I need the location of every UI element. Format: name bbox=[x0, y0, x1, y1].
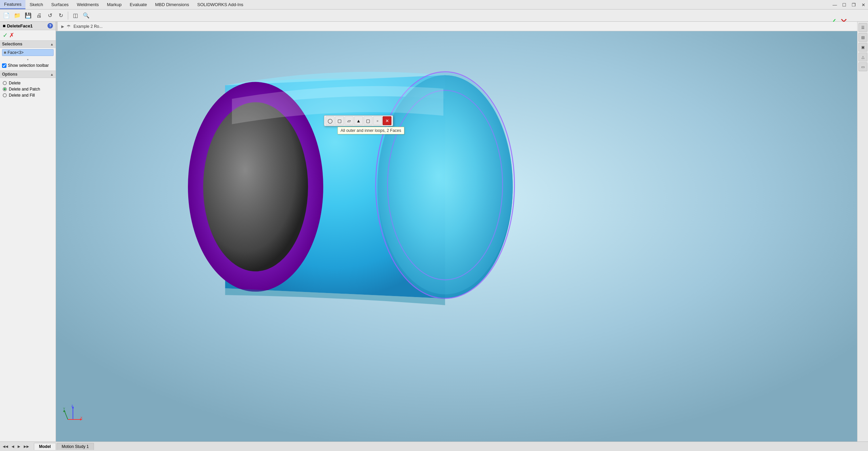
floating-toolbar: ◯ ▢ ▱ ▲ ▢ ▫ ✕ bbox=[324, 115, 393, 126]
float-btn-2[interactable]: ▢ bbox=[335, 116, 344, 125]
view-button[interactable]: ◫ bbox=[70, 11, 80, 20]
radio-delete-button[interactable] bbox=[3, 81, 7, 85]
left-panel: ■ DeleteFace1 ? ✓ ✗ Selections ▲ ■ Face<… bbox=[0, 22, 56, 442]
float-btn-4[interactable]: ▲ bbox=[354, 116, 363, 125]
menu-markup[interactable]: Markup bbox=[103, 0, 126, 9]
menu-features[interactable]: Features bbox=[0, 0, 25, 9]
options-collapse-icon[interactable]: ▲ bbox=[50, 73, 54, 76]
radio-delete-patch-button[interactable] bbox=[3, 87, 7, 91]
svg-text:X: X bbox=[80, 416, 82, 419]
tab-motion-study[interactable]: Motion Study 1 bbox=[57, 443, 94, 450]
breadcrumb-path: Example 2 Ro... bbox=[74, 24, 102, 29]
radio-delete-fill-row[interactable]: Delete and Fill bbox=[3, 92, 53, 98]
show-selection-toolbar-checkbox[interactable] bbox=[2, 63, 6, 68]
selections-label: Selections bbox=[2, 42, 22, 46]
svg-line-13 bbox=[64, 411, 68, 419]
face-item-label: Face<3> bbox=[7, 50, 23, 55]
toolbar: 📄 📁 💾 🖨 ↺ ↻ ◫ 🔍 ✓ ✕ bbox=[0, 9, 868, 22]
axes-indicator: X Z Y bbox=[63, 404, 83, 425]
radio-delete-patch-label: Delete and Patch bbox=[9, 87, 40, 92]
show-selection-toolbar-row: Show selection toolbar bbox=[0, 62, 56, 69]
radio-delete-label: Delete bbox=[9, 81, 21, 85]
menu-addins[interactable]: SOLIDWORKS Add-Ins bbox=[193, 0, 248, 9]
nav-prev[interactable]: ◀ bbox=[10, 444, 16, 449]
breadcrumb: ► ☂ Example 2 Ro... bbox=[58, 22, 868, 31]
menu-surfaces[interactable]: Surfaces bbox=[47, 0, 73, 9]
tooltip-text: All outer and inner loops, 2 Faces bbox=[341, 128, 401, 133]
delete-face-icon: ■ bbox=[3, 23, 5, 28]
menu-sketch[interactable]: Sketch bbox=[25, 0, 47, 9]
menu-bar: Features Sketch Surfaces Weldments Marku… bbox=[0, 0, 868, 9]
scroll-indicator: ● bbox=[0, 57, 56, 62]
radio-delete-patch-row[interactable]: Delete and Patch bbox=[3, 86, 53, 92]
ok-button[interactable]: ✓ bbox=[3, 32, 8, 39]
save-button[interactable]: 💾 bbox=[23, 11, 33, 20]
tab-model[interactable]: Model bbox=[34, 443, 56, 450]
menu-mbd[interactable]: MBD Dimensions bbox=[151, 0, 193, 9]
right-panel: ☰ ▤ ▣ △ ▭ bbox=[857, 22, 868, 442]
svg-text:Y: Y bbox=[63, 407, 65, 410]
menu-weldments[interactable]: Weldments bbox=[73, 0, 103, 9]
new-button[interactable]: 📄 bbox=[1, 11, 12, 20]
float-btn-3[interactable]: ▱ bbox=[345, 116, 353, 125]
svg-text:Z: Z bbox=[71, 404, 73, 408]
show-selection-toolbar-label[interactable]: Show selection toolbar bbox=[8, 63, 49, 68]
nav-last[interactable]: ▶▶ bbox=[22, 444, 31, 449]
undo-button[interactable]: ↺ bbox=[45, 11, 55, 20]
float-close-btn[interactable]: ✕ bbox=[383, 116, 391, 125]
right-btn-4[interactable]: △ bbox=[859, 53, 867, 61]
right-btn-3[interactable]: ▣ bbox=[859, 43, 867, 52]
face-item-icon: ■ bbox=[4, 50, 6, 55]
help-icon[interactable]: ? bbox=[47, 23, 53, 28]
options-label: Options bbox=[2, 72, 17, 77]
float-btn-1[interactable]: ◯ bbox=[326, 116, 334, 125]
radio-delete-row[interactable]: Delete bbox=[3, 80, 53, 86]
print-button[interactable]: 🖨 bbox=[34, 11, 44, 20]
menu-evaluate[interactable]: Evaluate bbox=[126, 0, 151, 9]
bottom-bar: ◀◀ ◀ ▶ ▶▶ Model Motion Study 1 bbox=[0, 442, 868, 451]
panel-actions: ✓ ✗ bbox=[0, 30, 56, 40]
restore-button[interactable]: ❐ bbox=[849, 0, 859, 9]
panel-title: ■ DeleteFace1 ? bbox=[0, 22, 56, 30]
viewport[interactable]: ◯ ▢ ▱ ▲ ▢ ▫ ✕ All outer and inner loops,… bbox=[56, 31, 868, 442]
svg-point-4 bbox=[203, 102, 308, 271]
maximize-button[interactable]: ☐ bbox=[840, 0, 849, 9]
radio-delete-fill-label: Delete and Fill bbox=[9, 93, 35, 98]
selections-collapse-icon[interactable]: ▲ bbox=[50, 42, 54, 46]
window-chrome: — ☐ ❐ ✕ bbox=[830, 0, 868, 9]
float-btn-6[interactable]: ▫ bbox=[373, 116, 382, 125]
options-section-header[interactable]: Options ▲ bbox=[0, 71, 56, 78]
selections-section-header[interactable]: Selections ▲ bbox=[0, 40, 56, 48]
face-selection-item[interactable]: ■ Face<3> bbox=[2, 49, 54, 56]
nav-next[interactable]: ▶ bbox=[16, 444, 22, 449]
cancel-button[interactable]: ✗ bbox=[9, 32, 14, 39]
right-btn-2[interactable]: ▤ bbox=[859, 33, 867, 42]
close-button[interactable]: ✕ bbox=[859, 0, 868, 9]
right-btn-1[interactable]: ☰ bbox=[859, 23, 867, 32]
panel-title-text: DeleteFace1 bbox=[7, 23, 33, 28]
open-button[interactable]: 📁 bbox=[12, 11, 22, 20]
viewport-3d-scene bbox=[56, 31, 868, 442]
redo-button[interactable]: ↻ bbox=[56, 11, 66, 20]
options-content: Delete Delete and Patch Delete and Fill bbox=[0, 78, 56, 100]
selections-content: ■ Face<3> bbox=[0, 48, 56, 57]
radio-delete-fill-button[interactable] bbox=[3, 93, 7, 97]
nav-first[interactable]: ◀◀ bbox=[1, 444, 9, 449]
zoom-button[interactable]: 🔍 bbox=[81, 11, 91, 20]
tooltip: All outer and inner loops, 2 Faces bbox=[337, 127, 404, 134]
float-btn-5[interactable]: ▢ bbox=[364, 116, 372, 125]
nav-arrows: ◀◀ ◀ ▶ ▶▶ bbox=[1, 444, 31, 449]
right-btn-5[interactable]: ▭ bbox=[859, 62, 867, 71]
minimize-button[interactable]: — bbox=[830, 0, 840, 9]
